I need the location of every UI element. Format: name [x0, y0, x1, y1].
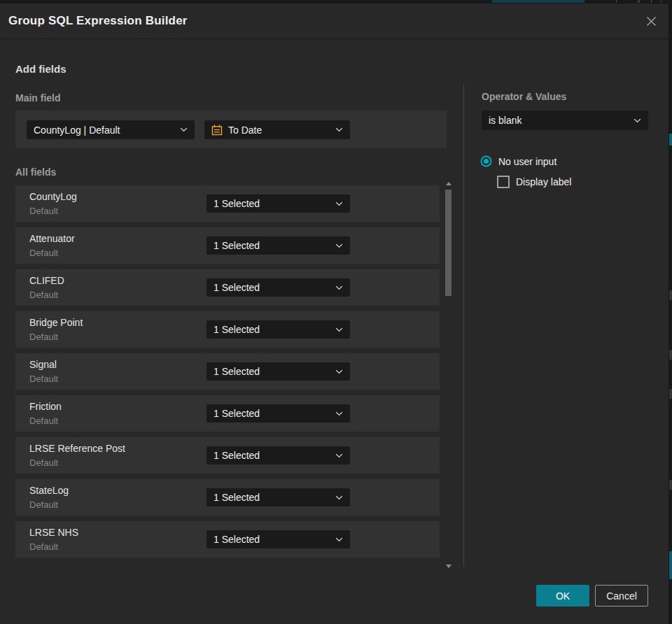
- field-selected-value: 1 Selected: [214, 366, 260, 377]
- field-name: LRSE NHS: [29, 527, 78, 538]
- field-row: Friction Default 1 Selected: [15, 395, 440, 432]
- main-field-dropdown[interactable]: CountyLog | Default: [27, 120, 195, 139]
- field-layer-name: Default: [29, 332, 58, 342]
- field-name: Signal: [29, 359, 57, 370]
- field-row: LRSE NHS Default 1 Selected: [15, 521, 440, 558]
- field-row: LRSE Reference Post Default 1 Selected: [15, 437, 440, 474]
- field-layer-name: Default: [29, 248, 58, 258]
- field-selected-dropdown[interactable]: 1 Selected: [206, 320, 350, 339]
- field-selected-value: 1 Selected: [214, 450, 260, 461]
- field-row: Attenuator Default 1 Selected: [15, 227, 440, 264]
- field-name: StateLog: [29, 485, 69, 496]
- field-name: CountyLog: [29, 191, 77, 202]
- field-name: Friction: [29, 401, 62, 412]
- field-selected-value: 1 Selected: [214, 282, 260, 293]
- dialog-title: Group SQL Expression Builder: [8, 14, 188, 28]
- checkbox-empty-icon: [497, 176, 510, 188]
- background-edge: [668, 0, 672, 624]
- field-name: CLIFED: [29, 275, 64, 286]
- chevron-down-icon: [335, 127, 343, 132]
- chevron-down-icon: [335, 285, 343, 290]
- field-selected-dropdown[interactable]: 1 Selected: [206, 404, 350, 423]
- main-field-dropdown-value: CountyLog | Default: [34, 125, 120, 136]
- field-selected-dropdown[interactable]: 1 Selected: [206, 362, 350, 381]
- field-selected-value: 1 Selected: [214, 198, 260, 209]
- background-fragment: [668, 551, 672, 579]
- background-fragment: [668, 480, 672, 490]
- close-icon[interactable]: [643, 13, 659, 29]
- all-fields-label: All fields: [15, 166, 56, 178]
- radio-selected-icon: [480, 155, 492, 167]
- live-view-label: Live view: [526, 0, 560, 1]
- field-row: Bridge Point Default 1 Selected: [15, 311, 440, 348]
- date-field-dropdown-value: To Date: [228, 125, 262, 136]
- field-selected-value: 1 Selected: [214, 492, 260, 503]
- field-name: LRSE Reference Post: [29, 443, 125, 454]
- scroll-up-arrow-icon[interactable]: [446, 182, 451, 185]
- field-selected-dropdown[interactable]: 1 Selected: [206, 278, 350, 297]
- field-selected-value: 1 Selected: [214, 240, 260, 251]
- field-selected-dropdown[interactable]: 1 Selected: [206, 236, 350, 255]
- field-selected-value: 1 Selected: [214, 324, 260, 335]
- field-layer-name: Default: [29, 541, 58, 552]
- field-name: Attenuator: [29, 233, 75, 244]
- all-fields-list: CountyLog Default 1 Selected Attenuator …: [15, 185, 440, 563]
- chevron-down-icon: [335, 495, 343, 500]
- field-layer-name: Default: [29, 374, 58, 384]
- field-selected-dropdown[interactable]: 1 Selected: [206, 530, 350, 548]
- operator-dropdown[interactable]: is blank: [482, 111, 648, 130]
- calendar-icon: [211, 125, 223, 136]
- chevron-down-icon: [180, 127, 188, 132]
- chevron-down-icon: [335, 201, 343, 206]
- cancel-button[interactable]: Cancel: [595, 585, 648, 607]
- background-fragment: [668, 290, 672, 300]
- chevron-down-icon: [335, 243, 343, 248]
- ok-button[interactable]: OK: [536, 585, 589, 607]
- add-fields-heading: Add fields: [15, 63, 66, 75]
- no-user-input-radio[interactable]: No user input: [480, 155, 556, 167]
- field-selected-dropdown[interactable]: 1 Selected: [206, 488, 350, 506]
- scrollbar-thumb[interactable]: [445, 190, 451, 296]
- field-layer-name: Default: [29, 290, 58, 300]
- background-fragment: [668, 350, 672, 360]
- field-selected-dropdown[interactable]: 1 Selected: [206, 194, 350, 213]
- main-field-panel: CountyLog | Default To Date: [15, 111, 447, 148]
- display-label-checkbox[interactable]: Display label: [497, 176, 571, 188]
- date-field-dropdown[interactable]: To Date: [204, 120, 350, 139]
- field-row: CLIFED Default 1 Selected: [15, 269, 440, 306]
- field-layer-name: Default: [29, 206, 58, 216]
- fields-list-scrollbar[interactable]: [444, 180, 453, 569]
- field-name: Bridge Point: [29, 317, 83, 328]
- field-layer-name: Default: [29, 499, 58, 510]
- panel-divider: [463, 84, 464, 567]
- no-user-input-label: No user input: [498, 156, 556, 167]
- operator-dropdown-value: is blank: [489, 115, 522, 126]
- group-sql-expression-builder-dialog: Group SQL Expression Builder Add fields …: [0, 3, 668, 624]
- display-label-label: Display label: [516, 176, 571, 187]
- field-row: StateLog Default 1 Selected: [15, 479, 440, 516]
- operator-values-label: Operator & Values: [482, 91, 566, 102]
- chevron-down-icon: [335, 453, 343, 458]
- scroll-down-arrow-icon[interactable]: [446, 565, 451, 568]
- field-layer-name: Default: [29, 416, 58, 426]
- chevron-down-icon: [335, 369, 343, 374]
- field-selected-value: 1 Selected: [214, 534, 260, 545]
- chevron-down-icon: [634, 118, 641, 123]
- chevron-down-icon: [335, 537, 343, 542]
- background-fragment: [668, 389, 672, 399]
- field-layer-name: Default: [29, 458, 58, 468]
- dialog-titlebar: Group SQL Expression Builder: [0, 3, 668, 39]
- background-fragment: [668, 134, 672, 146]
- field-selected-dropdown[interactable]: 1 Selected: [206, 446, 350, 465]
- main-field-label: Main field: [15, 92, 61, 104]
- chevron-down-icon: [335, 411, 343, 416]
- chevron-down-icon: [335, 327, 343, 332]
- field-row: CountyLog Default 1 Selected: [15, 185, 440, 222]
- field-selected-value: 1 Selected: [214, 408, 260, 419]
- field-row: Signal Default 1 Selected: [15, 353, 440, 390]
